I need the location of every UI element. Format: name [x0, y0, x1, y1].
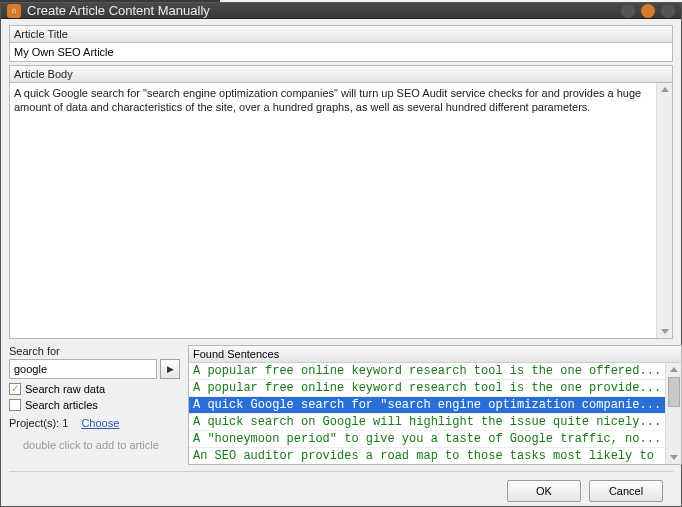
found-header: Found Sentences	[189, 346, 681, 363]
found-scrollbar[interactable]	[665, 363, 681, 464]
app-icon: ⌂	[7, 4, 21, 18]
content-area: Article Title Article Body Search for ▶ …	[1, 19, 681, 507]
window-title: Create Article Content Manually	[27, 3, 615, 18]
scrollbar-thumb[interactable]	[668, 377, 680, 407]
found-panel: Found Sentences A popular free online ke…	[188, 345, 682, 465]
projects-count: 1	[62, 417, 68, 429]
dialog-buttons: OK Cancel	[9, 472, 673, 506]
search-raw-checkbox[interactable]: ✓	[9, 383, 21, 395]
search-articles-label: Search articles	[25, 399, 98, 411]
article-title-label: Article Title	[9, 25, 673, 43]
list-item[interactable]: A popular free online keyword research t…	[189, 363, 665, 380]
maximize-icon[interactable]	[641, 4, 655, 18]
close-icon[interactable]	[661, 4, 675, 18]
body-scrollbar[interactable]	[656, 83, 672, 338]
article-body-wrap	[9, 83, 673, 339]
lower-panel: Search for ▶ ✓ Search raw data Search ar…	[9, 345, 673, 465]
search-articles-checkbox[interactable]	[9, 399, 21, 411]
list-item[interactable]: A quick Google search for "search engine…	[189, 397, 665, 414]
list-item[interactable]: A "honeymoon period" to give you a taste…	[189, 431, 665, 448]
search-panel: Search for ▶ ✓ Search raw data Search ar…	[9, 345, 180, 465]
titlebar: ⌂ Create Article Content Manually	[1, 3, 681, 19]
ok-button[interactable]: OK	[507, 480, 581, 502]
search-go-button[interactable]: ▶	[160, 359, 180, 379]
article-body-textarea[interactable]	[10, 83, 656, 338]
list-item[interactable]: An SEO auditor provides a road map to th…	[189, 448, 665, 464]
minimize-icon[interactable]	[621, 4, 635, 18]
found-list[interactable]: A popular free online keyword research t…	[189, 363, 665, 464]
list-item[interactable]: A quick search on Google will highlight …	[189, 414, 665, 431]
search-input[interactable]	[9, 359, 157, 379]
search-for-label: Search for	[9, 345, 180, 357]
list-item[interactable]: A popular free online keyword research t…	[189, 380, 665, 397]
projects-label: Project(s):	[9, 417, 59, 429]
dialog-window: ⌂ Create Article Content Manually Articl…	[0, 2, 682, 507]
projects-row: Project(s): 1 Choose	[9, 417, 180, 429]
article-body-label: Article Body	[9, 65, 673, 83]
hint-text: double click to add to article	[9, 439, 180, 451]
search-raw-label: Search raw data	[25, 383, 105, 395]
article-title-input[interactable]	[9, 43, 673, 62]
cancel-button[interactable]: Cancel	[589, 480, 663, 502]
choose-link[interactable]: Choose	[81, 417, 119, 429]
